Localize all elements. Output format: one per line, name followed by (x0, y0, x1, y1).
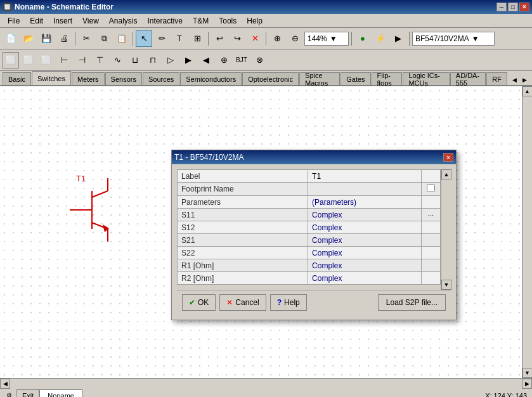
tb2-btn1[interactable]: ⬜ (3, 52, 19, 68)
svg-line-2 (92, 191, 108, 197)
tb2-btn3[interactable]: ⬜ (38, 52, 55, 68)
dc-button[interactable]: ● (354, 30, 371, 47)
tab-logic-ics[interactable]: Logic ICs-MCUs (403, 72, 449, 85)
tb2-btn9[interactable]: ⊓ (145, 52, 161, 68)
close-button[interactable]: ✕ (519, 3, 529, 11)
checkbox-cell[interactable] (421, 183, 440, 196)
tab-spice-macros[interactable]: Spice Macros (299, 72, 340, 85)
help-button[interactable]: ? Help (270, 294, 307, 311)
exit-button[interactable]: Exit (16, 389, 39, 398)
value-cell[interactable] (308, 183, 422, 196)
cancel-button[interactable]: ✕ Cancel (219, 294, 266, 311)
schematic-canvas[interactable]: T1 (0, 86, 522, 378)
bottom-tab-noname[interactable]: Noname (39, 389, 82, 398)
dialog-scroll-up[interactable]: ▲ (441, 169, 451, 179)
value-cell[interactable]: Complex (308, 247, 422, 259)
probe-button[interactable]: ⚡ (372, 30, 389, 47)
value-cell[interactable]: (Parameters) (308, 196, 422, 209)
menu-tm[interactable]: T&M (188, 15, 214, 27)
redo-button[interactable]: ↪ (229, 30, 245, 47)
tb2-btn12[interactable]: ◀ (198, 52, 214, 68)
scroll-up-button[interactable]: ▲ (522, 86, 533, 96)
component-dialog[interactable]: T1 - BF547/10V2MA ✕ Label T1 (171, 150, 457, 320)
cut-button[interactable]: ✂ (78, 30, 94, 47)
open-button[interactable]: 📂 (20, 30, 37, 47)
copy-button[interactable]: ⧉ (96, 30, 112, 47)
menu-edit[interactable]: Edit (25, 15, 48, 27)
dots-cell[interactable]: ··· (421, 209, 440, 221)
paste-button[interactable]: 📋 (114, 30, 130, 47)
maximize-button[interactable]: □ (508, 3, 518, 11)
value-cell[interactable]: Complex (308, 221, 422, 234)
tb2-btn13[interactable]: ⊕ (216, 52, 232, 68)
footprint-checkbox[interactable] (427, 184, 435, 192)
minimize-button[interactable]: ─ (496, 3, 507, 11)
zoom-in-button[interactable]: ⊕ (269, 30, 285, 47)
tab-semiconductors[interactable]: Semiconductors (180, 72, 242, 85)
tab-sources[interactable]: Sources (143, 72, 179, 85)
tab-adda[interactable]: AD/DA-555 (450, 72, 486, 85)
tb2-btn8[interactable]: ⊔ (127, 52, 143, 68)
tab-switches[interactable]: Switches (32, 71, 71, 85)
menu-view[interactable]: View (77, 15, 104, 27)
checkmark-icon: ✔ (189, 298, 195, 307)
value-cell[interactable]: Complex (308, 259, 422, 272)
tb2-btn15[interactable]: ⊗ (251, 52, 268, 68)
zoom-out-button[interactable]: ⊖ (287, 30, 303, 47)
tabs-scroll-right[interactable]: ▶ (519, 75, 529, 85)
wire-button[interactable]: ✏ (153, 30, 170, 47)
save-button[interactable]: 💾 (38, 30, 55, 47)
tab-sensors[interactable]: Sensors (105, 72, 142, 85)
tb2-btn11[interactable]: ▶ (180, 52, 197, 68)
select-button[interactable]: ↖ (136, 30, 152, 47)
ok-button[interactable]: ✔ OK (182, 294, 216, 311)
dialog-close-button[interactable]: ✕ (443, 153, 453, 162)
table-row: Parameters (Parameters) (178, 196, 441, 209)
menu-help[interactable]: Help (242, 15, 268, 27)
table-row: S21 Complex (178, 234, 441, 247)
value-cell[interactable]: T1 (308, 170, 422, 183)
scroll-left-button[interactable]: ◀ (0, 379, 10, 389)
component-dropdown[interactable]: BF547/10V2MA ▼ (412, 32, 495, 46)
undo-button[interactable]: ↩ (211, 30, 228, 47)
print-button[interactable]: 🖨 (56, 30, 72, 47)
menu-file[interactable]: File (3, 15, 25, 27)
tab-basic[interactable]: Basic (3, 72, 31, 85)
new-button[interactable]: 📄 (3, 30, 19, 47)
menu-analysis[interactable]: Analysis (104, 15, 143, 27)
tb2-btn4[interactable]: ⊢ (56, 52, 72, 68)
transistor-t1[interactable]: T1 (70, 169, 133, 253)
value-cell[interactable]: Complex (308, 209, 422, 221)
load-s2p-button[interactable]: Load S2P file... (378, 294, 446, 311)
dialog-scroll-down[interactable]: ▼ (441, 280, 451, 290)
scroll-down-button[interactable]: ▼ (522, 368, 533, 378)
tb2-btn6[interactable]: ⊤ (91, 52, 108, 68)
tabs-scroll-left[interactable]: ◀ (509, 75, 519, 85)
zoom-dropdown[interactable]: 144% ▼ (304, 32, 349, 46)
menu-interactive[interactable]: Interactive (143, 15, 188, 27)
value-cell[interactable]: Complex (308, 272, 422, 285)
hscroll-track[interactable] (10, 379, 522, 389)
run-button[interactable]: ▶ (390, 30, 406, 47)
tab-optoelectronic[interactable]: Optoelectronic (242, 72, 299, 85)
question-icon: ? (277, 298, 282, 307)
tb2-btn2[interactable]: ⬜ (20, 52, 37, 68)
value-cell[interactable]: Complex (308, 234, 422, 247)
tab-meters[interactable]: Meters (72, 72, 105, 85)
dialog-content: Label T1 Footprint Name (172, 164, 456, 320)
menu-tools[interactable]: Tools (214, 15, 242, 27)
dots-button[interactable]: ··· (425, 211, 436, 219)
tb2-btn14[interactable]: BJT (233, 52, 250, 68)
tab-gates[interactable]: Gates (341, 72, 370, 85)
tb2-btn5[interactable]: ⊣ (74, 52, 90, 68)
scroll-right-button[interactable]: ▶ (522, 379, 532, 389)
right-scrollbar: ▲ ▼ (522, 86, 532, 378)
text-button[interactable]: T (171, 30, 188, 47)
tb2-btn7[interactable]: ∿ (109, 52, 126, 68)
tab-flip-flops[interactable]: Flip-flops (372, 72, 403, 85)
delete-button[interactable]: ✕ (247, 30, 263, 47)
tab-rf[interactable]: RF (486, 72, 507, 85)
bus-button[interactable]: ⊞ (189, 30, 205, 47)
tb2-btn10[interactable]: ▷ (162, 52, 179, 68)
menu-insert[interactable]: Insert (48, 15, 77, 27)
